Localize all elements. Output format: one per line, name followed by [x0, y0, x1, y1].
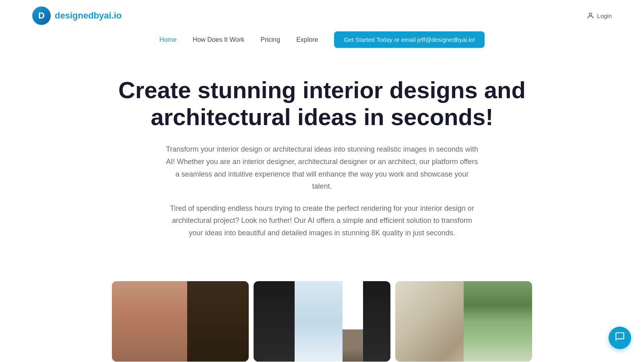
chat-button[interactable]: [609, 327, 631, 349]
chat-icon: [615, 331, 625, 344]
header: D designedbyai.io Login: [0, 0, 644, 31]
navbar: Home How Does It Work Pricing Explore Ge…: [0, 31, 644, 53]
logo-icon: D: [32, 6, 51, 25]
gallery-item-2: [254, 281, 390, 362]
logo-name: designedbyai.io: [55, 10, 122, 21]
gallery-item-3: [395, 281, 532, 362]
svg-point-0: [589, 13, 592, 16]
room-image-2: [254, 281, 390, 362]
gallery-item-1: [112, 281, 249, 362]
nav-explore[interactable]: Explore: [296, 36, 318, 43]
nav-home[interactable]: Home: [159, 36, 177, 43]
hero-section: Create stunning interior designs and arc…: [0, 53, 644, 265]
cta-button[interactable]: Get Started Today or email jeff@designed…: [334, 31, 485, 48]
nav-pricing[interactable]: Pricing: [260, 36, 280, 43]
room-image-1: [112, 281, 249, 362]
logo[interactable]: D designedbyai.io: [32, 6, 122, 25]
user-icon: [586, 12, 594, 20]
login-label: Login: [597, 12, 612, 19]
hero-description-1: Transform your interior design or archit…: [165, 143, 479, 192]
room-image-3: [395, 281, 532, 362]
image-gallery: [0, 265, 644, 362]
hero-title: Create stunning interior designs and arc…: [80, 77, 564, 130]
login-button[interactable]: Login: [586, 12, 612, 20]
nav-how-it-works[interactable]: How Does It Work: [193, 36, 245, 43]
hero-description-2: Tired of spending endless hours trying t…: [165, 202, 479, 239]
